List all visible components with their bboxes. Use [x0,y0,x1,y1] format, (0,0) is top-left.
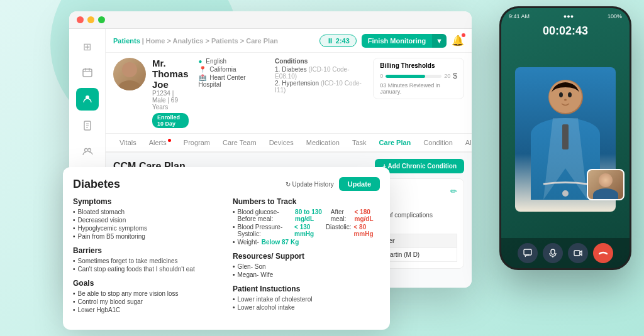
patient-location-value: California [209,66,236,73]
end-call-button[interactable] [593,243,613,263]
patient-language: ● English [199,58,265,65]
cond1-num: 1. [275,66,282,73]
diabetes-right-col: Numbers to Track Blood glucose- Before m… [233,197,380,320]
tab-care-team[interactable]: Care Team [216,134,263,153]
barrier-2: Can't stop eating foods that I shouldn't… [73,266,220,273]
finish-monitoring-dropdown[interactable]: ▼ [432,34,447,48]
phone-topbar: 9:41 AM ●●● 100% [501,8,630,22]
goals-title: Goals [73,279,220,288]
patient-gender: Male [152,97,166,104]
patient-header: Mr. Thomas Joe P1234 | Male | 69 Years E… [106,53,472,134]
tab-condition[interactable]: Condition [417,134,458,153]
svg-point-9 [84,149,87,152]
refresh-icon: ↻ [286,181,291,188]
svg-rect-26 [574,251,580,256]
cond1-name: Diabetes [282,66,306,73]
phone-battery: 100% [608,13,622,19]
instruction-1: Lower intake of cholesterol [233,296,380,303]
barrier-1: Sometimes forget to take medicines [73,257,220,264]
phone-timer: 00:02:43 [501,22,630,40]
barriers-section: Barriers Sometimes forget to take medici… [73,246,220,273]
condition-2: 2. Hypertension (ICD-10 Code- I11) [275,80,367,94]
patient-instructions-section: Patient Instuctions Lower intake of chol… [233,285,380,311]
location-icon: 📍 [199,66,206,73]
patient-location-col: ● English 📍 California 🏥 Heart Center Ho… [199,58,265,94]
mic-control-button[interactable] [543,243,563,263]
pip-thumbnail [587,169,625,200]
sidebar-item-grid[interactable]: ⊞ [76,35,99,58]
chat-control-button[interactable] [518,243,538,263]
update-button[interactable]: Update [339,177,380,191]
diabetes-actions: ↻ Update History Update [286,177,380,191]
diabetes-card: Diabetes ↻ Update History Update Symptom… [63,167,390,330]
tab-medication[interactable]: Medication [300,134,346,153]
mac-titlebar [69,11,472,29]
finish-monitoring-group: Finish Monitoring ▼ [362,34,447,48]
tab-program[interactable]: Program [177,134,216,153]
minimize-button[interactable] [87,16,94,23]
breadcrumb-current: Patients [113,37,140,45]
patient-id: P1234 [152,90,170,97]
finish-monitoring-button[interactable]: Finish Monitoring [362,34,432,48]
symptom-3: Hypoglycemic symptoms [73,225,220,232]
diabetes-title: Diabetes [73,178,120,191]
numbers-to-track-section: Numbers to Track Blood glucose- Before m… [233,197,380,246]
symptoms-section: Symptoms Bloated stomach Decreased visio… [73,197,220,240]
goal-3: Lower HgbA1C [73,306,220,313]
topbar: Patients | Home > Analytics > Patients >… [106,29,472,53]
tab-task[interactable]: Task [346,134,373,153]
tab-devices[interactable]: Devices [263,134,300,153]
notification-bell[interactable]: 🔔 [452,35,464,46]
symptom-4: Pain from B5 monitoring [73,233,220,240]
nav-tabs: Vitals Alerts Program Care Team Devices … [106,134,472,153]
numbers-title: Numbers to Track [233,197,380,206]
instructions-title: Patient Instuctions [233,285,380,293]
barriers-title: Barriers [73,246,220,255]
tab-alerts[interactable]: Alerts [143,134,177,153]
number-1: Blood glucose- Before meal: 80 to 130 mg… [233,209,380,222]
number-3-text: Weight- [238,239,259,246]
patient-conditions: Conditions 1. Diabetes (ICD-10 Code- E08… [275,58,367,94]
video-control-button[interactable] [568,243,588,263]
phone-signal: ●●● [564,13,574,19]
billing-note: 03 Minutes Reviewed in January. [380,82,457,95]
patient-info: Mr. Thomas Joe P1234 | Male | 69 Years E… [152,58,189,128]
sidebar-item-patients[interactable] [76,88,99,111]
svg-point-17 [118,80,141,90]
goal-2: Control my blood sugar [73,298,220,305]
patient-avatar [113,58,146,90]
phone-screen: 9:41 AM ●●● 100% 00:02:43 [501,8,630,268]
tab-care-plan[interactable]: Care Plan [373,134,418,153]
breadcrumb-path: Home > Analytics > Patients > Care Plan [146,37,278,45]
number-2-mid: Diastolic: [326,224,352,237]
diabetes-body: Symptoms Bloated stomach Decreased visio… [73,197,380,320]
number-2: Blood Pressure- Systolic: < 130 mmHg Dia… [233,224,380,237]
update-history-button[interactable]: ↻ Update History [286,181,334,188]
symptom-1: Bloated stomach [73,209,220,215]
hospital-icon: 🏥 [199,74,206,81]
billing-bar-fill [386,75,425,78]
svg-point-10 [87,149,91,152]
patient-meta: P1234 | Male | 69 Years [152,90,189,111]
svg-rect-23 [524,249,531,255]
alerts-dot [168,139,171,142]
tab-allergies[interactable]: Allergies [459,134,472,153]
number-1-val1: 80 to 130 mg/dL [295,209,328,222]
sidebar-item-users[interactable] [76,141,99,163]
sidebar-item-document[interactable] [76,114,99,137]
svg-point-16 [122,62,137,77]
billing-min: 0 [380,73,383,79]
goals-section: Goals Be able to stop any more vision lo… [73,279,220,313]
close-button[interactable] [77,16,84,23]
edit-icon[interactable]: ✏ [450,187,457,196]
number-2-val1: < 130 mmHg [294,224,323,237]
doctor-head [548,80,583,114]
resource-2: Megan- Wife [233,271,380,278]
goal-1: Be able to stop any more vision loss [73,290,220,297]
tab-vitals[interactable]: Vitals [113,134,143,153]
condition-1: 1. Diabetes (ICD-10 Code- E08.10) [275,66,367,80]
number-2-val2: < 80 mmHg [353,224,380,237]
billing-thresholds: Billing Thresholds 0 20 $ 03 Minutes Rev… [373,58,464,99]
maximize-button[interactable] [98,16,105,23]
sidebar-item-calendar[interactable] [76,62,99,84]
